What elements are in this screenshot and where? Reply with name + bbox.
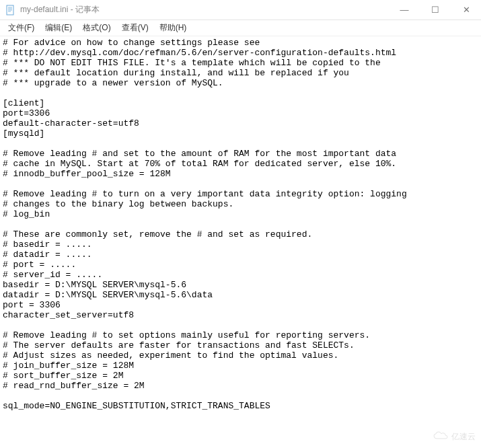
watermark-text: 亿速云: [451, 431, 476, 443]
menu-help[interactable]: 帮助(H): [154, 21, 192, 35]
maximize-button[interactable]: ☐: [426, 5, 445, 15]
window-title: my-default.ini - 记事本: [20, 4, 395, 15]
app-icon: [5, 5, 16, 15]
window-controls: — ☐ ✕: [395, 5, 476, 15]
menu-format[interactable]: 格式(O): [77, 21, 116, 35]
watermark: 亿速云: [433, 431, 476, 443]
titlebar: my-default.ini - 记事本 — ☐ ✕: [0, 0, 481, 20]
text-editor-content[interactable]: # For advice on how to change settings p…: [0, 36, 481, 448]
close-button[interactable]: ✕: [457, 5, 476, 15]
menu-edit[interactable]: 编辑(E): [40, 21, 77, 35]
minimize-button[interactable]: —: [395, 5, 414, 15]
menu-file[interactable]: 文件(F): [3, 21, 40, 35]
cloud-icon: [433, 431, 449, 443]
menubar: 文件(F) 编辑(E) 格式(O) 查看(V) 帮助(H): [0, 20, 481, 36]
menu-view[interactable]: 查看(V): [116, 21, 154, 35]
